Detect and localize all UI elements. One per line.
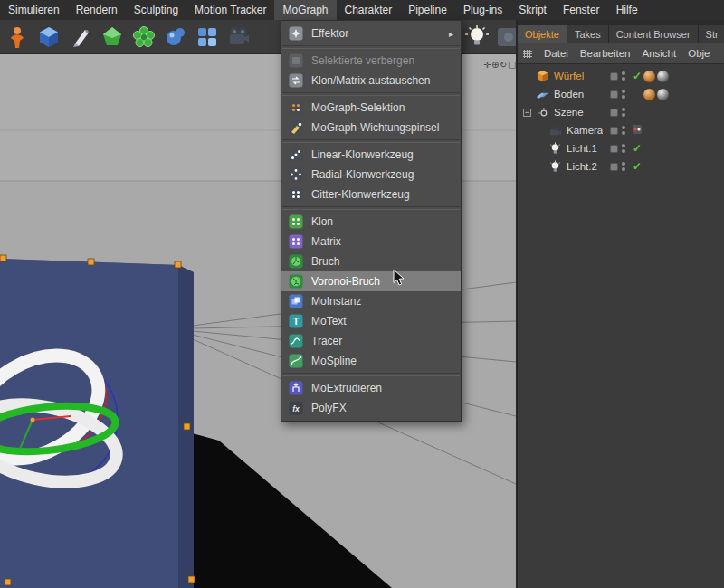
radial-clone-tool-icon bbox=[289, 167, 303, 182]
spline-pen-tool-icon[interactable] bbox=[67, 24, 94, 51]
mograph-selection-icon bbox=[289, 100, 303, 115]
menubar-item-skript[interactable]: Skript bbox=[510, 0, 555, 20]
object-row-szene[interactable]: −Szene bbox=[518, 103, 724, 121]
object-name[interactable]: Szene bbox=[554, 107, 584, 118]
character-tool-icon[interactable] bbox=[4, 24, 31, 51]
menubar-item-pipeline[interactable]: Pipeline bbox=[400, 0, 455, 20]
object-name[interactable]: Boden bbox=[554, 89, 584, 100]
menu-item-mograph-selektion[interactable]: MoGraph-Selektion bbox=[281, 98, 461, 118]
camera-tool-icon[interactable] bbox=[225, 24, 252, 51]
object-name[interactable]: Licht.1 bbox=[567, 143, 597, 154]
object-row-w-rfel[interactable]: Würfel✓ bbox=[518, 67, 724, 85]
cube-primitive-tool-icon[interactable] bbox=[35, 24, 62, 51]
light-tool-icon[interactable] bbox=[463, 24, 491, 51]
partial-tool-icon[interactable] bbox=[495, 24, 516, 51]
hide-selected-icon bbox=[289, 53, 303, 68]
menu-separator bbox=[282, 206, 460, 210]
camera-tag-icon[interactable] bbox=[631, 124, 643, 138]
matrix-icon bbox=[289, 234, 303, 249]
layer-color-chip[interactable] bbox=[610, 163, 618, 171]
array-tool-icon[interactable] bbox=[194, 24, 221, 51]
material-sphere-orange[interactable] bbox=[643, 89, 655, 100]
mograph-cloner-tool-icon[interactable] bbox=[130, 24, 157, 51]
menubar-item-sculpting[interactable]: Sculpting bbox=[126, 0, 186, 20]
menu-item-label: Matrix bbox=[311, 235, 341, 248]
object-row-kamera[interactable]: Kamera bbox=[518, 121, 724, 139]
visibility-dots[interactable] bbox=[622, 108, 627, 117]
visibility-dots[interactable] bbox=[622, 144, 627, 153]
pan-icon[interactable]: ✛ bbox=[483, 60, 491, 71]
visibility-dots[interactable] bbox=[622, 126, 627, 135]
enabled-check-icon[interactable]: ✓ bbox=[631, 160, 643, 173]
rotate-icon[interactable]: ↻ bbox=[500, 60, 507, 71]
menu-item-bruch[interactable]: Bruch bbox=[281, 251, 461, 271]
zoom-icon[interactable]: ⊕ bbox=[491, 60, 499, 71]
menubar-item-fenster[interactable]: Fenster bbox=[555, 0, 608, 20]
menubar-item-hilfe[interactable]: Hilfe bbox=[608, 0, 646, 20]
maximize-icon[interactable]: ▢ bbox=[508, 60, 515, 71]
menubar-item-simulieren[interactable]: Simulieren bbox=[0, 0, 68, 20]
menu-item-tracer[interactable]: Tracer bbox=[281, 331, 461, 351]
menu-item-gitter-klonwerkzeug[interactable]: Gitter-Klonwerkzeug bbox=[281, 185, 461, 204]
menu-item-label: MoText bbox=[311, 315, 347, 327]
material-sphere-gray[interactable] bbox=[657, 89, 669, 100]
light-object-icon bbox=[548, 159, 562, 174]
panel-grid-icon[interactable] bbox=[523, 50, 532, 58]
tab-content-browser[interactable]: Content Browser bbox=[609, 25, 699, 43]
menubar-item-rendern[interactable]: Rendern bbox=[68, 0, 126, 20]
menu-item-effektor[interactable]: Effektor▸ bbox=[281, 24, 461, 43]
enabled-check-icon[interactable]: ✓ bbox=[631, 142, 643, 155]
object-name[interactable]: Licht.2 bbox=[567, 161, 597, 172]
menu-item-motext[interactable]: TMoText bbox=[281, 311, 461, 331]
menubar-item-plug-ins[interactable]: Plug-ins bbox=[455, 0, 510, 20]
tab-takes[interactable]: Takes bbox=[567, 25, 609, 43]
menu-item-moextrudieren[interactable]: MoExtrudieren bbox=[281, 378, 461, 398]
om-menu-obje[interactable]: Obje bbox=[688, 48, 710, 59]
menu-item-voronoi-bruch[interactable]: Voronoi-Bruch bbox=[281, 271, 461, 291]
platonic-tool-icon[interactable] bbox=[99, 24, 126, 51]
menubar-item-motion-tracker[interactable]: Motion Tracker bbox=[186, 0, 274, 20]
object-row-licht-1[interactable]: Licht.1✓ bbox=[518, 139, 724, 157]
menu-item-label: PolyFX bbox=[311, 402, 347, 414]
layer-color-chip[interactable] bbox=[610, 72, 618, 81]
menu-item-label: Klon bbox=[311, 215, 333, 228]
tab-objekte[interactable]: Objekte bbox=[518, 25, 567, 43]
metaball-tool-icon[interactable] bbox=[162, 24, 189, 51]
om-menu-bearbeiten[interactable]: Bearbeiten bbox=[580, 48, 631, 59]
layer-color-chip[interactable] bbox=[610, 145, 618, 153]
menu-item-radial-klonwerkzeug[interactable]: Radial-Klonwerkzeug bbox=[281, 165, 461, 185]
layer-color-chip[interactable] bbox=[610, 109, 618, 117]
menu-item-label: MoInstanz bbox=[311, 295, 361, 308]
layer-color-chip[interactable] bbox=[610, 90, 618, 99]
object-row-boden[interactable]: Boden bbox=[518, 85, 724, 103]
menu-item-linear-klonwerkzeug[interactable]: Linear-Klonwerkzeug bbox=[281, 145, 461, 165]
om-menu-ansicht[interactable]: Ansicht bbox=[642, 48, 676, 59]
visibility-dots[interactable] bbox=[622, 71, 627, 81]
om-menu-datei[interactable]: Datei bbox=[544, 48, 568, 59]
object-name[interactable]: Würfel bbox=[554, 71, 584, 81]
menu-item-polyfx[interactable]: fxPolyFX bbox=[281, 398, 461, 418]
menu-item-klon[interactable]: Klon bbox=[281, 212, 461, 232]
main-menubar: SimulierenRendernSculptingMotion Tracker… bbox=[0, 0, 724, 20]
menubar-item-charakter[interactable]: Charakter bbox=[337, 0, 401, 20]
tab-str[interactable]: Str bbox=[699, 25, 724, 43]
menu-item-mograph-wichtungspinsel[interactable]: MoGraph-Wichtungspinsel bbox=[281, 118, 461, 138]
menu-item-moinstanz[interactable]: MoInstanz bbox=[281, 291, 461, 311]
object-name[interactable]: Kamera bbox=[567, 125, 603, 136]
object-row-licht-2[interactable]: Licht.2✓ bbox=[518, 157, 724, 175]
menu-item-mospline[interactable]: MoSpline bbox=[281, 351, 461, 371]
material-tags bbox=[643, 71, 672, 82]
visibility-dots[interactable] bbox=[622, 162, 627, 171]
collapse-expander-icon[interactable]: − bbox=[523, 109, 531, 117]
menubar-item-mograph[interactable]: MoGraph bbox=[274, 0, 336, 20]
material-sphere-orange[interactable] bbox=[643, 71, 655, 82]
visibility-dots[interactable] bbox=[622, 90, 627, 99]
enabled-check-icon[interactable]: ✓ bbox=[631, 70, 643, 82]
viewport-nav-icons: ✛⊕↻▢ bbox=[483, 60, 515, 71]
layer-color-chip[interactable] bbox=[610, 127, 618, 135]
menu-item-klon-matrix-austauschen[interactable]: Klon/Matrix austauschen bbox=[281, 71, 461, 90]
submenu-arrow-icon: ▸ bbox=[449, 29, 453, 39]
material-sphere-gray[interactable] bbox=[657, 71, 669, 82]
menu-item-matrix[interactable]: Matrix bbox=[281, 232, 461, 251]
menu-separator bbox=[282, 45, 460, 49]
